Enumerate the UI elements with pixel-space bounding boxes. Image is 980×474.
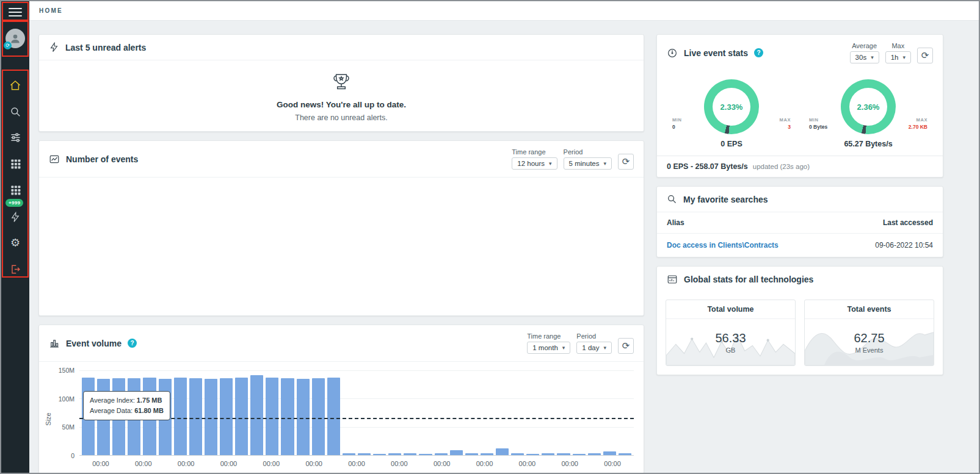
user-avatar[interactable]: ⟳	[1, 28, 29, 49]
alerts-card-title: Last 5 unread alerts	[65, 43, 146, 52]
bar	[358, 453, 371, 455]
refresh-button[interactable]: ⟳	[618, 338, 634, 354]
lightning-icon	[10, 212, 21, 223]
total-events-tile: Total events 62.75 M Events	[804, 300, 934, 366]
sidebar-item-filters[interactable]	[1, 129, 29, 146]
bar	[174, 378, 187, 455]
chevron-down-icon: ▾	[603, 160, 606, 167]
bar	[465, 453, 478, 455]
favorite-searches-card: My favorite searches Alias Last accessed…	[656, 186, 943, 257]
sidebar-item-home[interactable]	[1, 77, 29, 94]
event-volume-card: Event volume ? Time range 1 month▾	[38, 325, 644, 473]
gauge-min: MIN 0 Bytes	[809, 117, 837, 148]
search-icon	[10, 106, 21, 118]
gauge-max: MAX 3	[763, 117, 791, 148]
favorites-header-row: Alias Last accessed	[657, 212, 943, 234]
total-volume-tile: Total volume 56.33 GB	[666, 300, 796, 366]
table-row[interactable]: Doc access in Clients\Contracts 09-06-20…	[657, 234, 943, 257]
bar	[220, 378, 233, 455]
sidebar: ⟳	[1, 1, 29, 473]
gauge-min: MIN 0	[672, 117, 700, 148]
apps-grid-icon	[10, 184, 21, 196]
sliders-icon	[10, 132, 21, 143]
bar	[511, 453, 524, 455]
gear-icon: ⚙	[10, 236, 20, 250]
bar	[312, 378, 325, 455]
hamburger-menu-icon[interactable]	[1, 5, 29, 20]
avatar: ⟳	[5, 29, 25, 48]
bar	[373, 454, 386, 455]
bar	[619, 453, 631, 455]
bar	[297, 379, 310, 455]
person-icon	[9, 32, 21, 45]
grid-icon	[10, 158, 21, 170]
event-volume-title: Event volume	[66, 339, 122, 348]
bar	[435, 453, 448, 455]
total-events-label: Total events	[805, 300, 934, 319]
number-of-events-body	[39, 178, 644, 315]
chevron-down-icon: ▾	[562, 345, 565, 351]
period-select[interactable]: 5 minutes▾	[564, 157, 612, 170]
total-volume-unit: GB	[726, 347, 736, 354]
chevron-down-icon: ▾	[902, 54, 906, 60]
total-events-value: 62.75	[854, 331, 884, 345]
bar	[404, 453, 416, 455]
stats-window-icon	[667, 274, 678, 285]
trophy-icon	[328, 70, 354, 96]
eps-gauge-label: 0 EPS	[720, 140, 742, 148]
bar	[281, 378, 294, 455]
live-stats-updated: updated (23s ago)	[753, 163, 810, 170]
bar	[573, 454, 586, 455]
app-window: ⟳	[0, 0, 980, 474]
bytes-gauge-label: 65.27 Bytes/s	[844, 140, 892, 148]
notification-count-badge: +999	[5, 199, 23, 207]
help-icon[interactable]: ?	[128, 339, 137, 348]
alerts-subtext: There are no unread alerts.	[295, 113, 387, 122]
max-select[interactable]: 1h▾	[885, 51, 911, 63]
bar-chart-icon	[49, 338, 60, 349]
bar	[557, 453, 570, 455]
live-stats-footer: 0 EPS - 258.07 Bytes/s updated (23s ago)	[657, 156, 943, 177]
live-event-stats-card: Live event stats ? Average 30s▾ M	[656, 34, 943, 178]
live-event-stats-title: Live event stats	[684, 48, 748, 58]
chevron-down-icon: ▾	[603, 345, 606, 351]
number-of-events-title: Number of events	[66, 154, 138, 164]
average-select[interactable]: 30s▾	[850, 51, 879, 63]
logout-icon	[10, 264, 21, 275]
period-select[interactable]: 1 day▾	[576, 342, 612, 354]
sidebar-item-search[interactable]	[1, 103, 29, 120]
max-label: Max	[891, 42, 904, 49]
home-icon	[9, 79, 21, 92]
search-icon	[667, 194, 677, 204]
time-range-select[interactable]: 1 month▾	[527, 342, 570, 354]
sidebar-item-settings[interactable]: ⚙	[1, 234, 29, 251]
lightning-icon	[49, 42, 59, 52]
gauge-icon	[667, 48, 678, 59]
bar	[419, 454, 432, 455]
sidebar-item-apps[interactable]	[1, 181, 29, 198]
time-range-select[interactable]: 12 hours▾	[512, 157, 557, 170]
number-of-events-card: Number of events Time range 12 hours▾ Pe…	[38, 140, 644, 316]
sidebar-item-dashboards[interactable]	[1, 155, 29, 172]
last-accessed-value: 09-06-2022 10:54	[875, 241, 933, 250]
bar	[205, 379, 217, 455]
favorite-search-link[interactable]: Doc access in Clients\Contracts	[667, 241, 779, 250]
time-range-label: Time range	[527, 332, 570, 340]
alerts-card: Last 5 unread alerts Good news! You're a…	[38, 34, 644, 132]
bytes-donut-chart: 2.36%	[841, 79, 896, 134]
bar	[327, 378, 340, 455]
bar	[481, 453, 493, 455]
volume-xlabels: 00:0000:0000:0000:0000:0000:0000:0000:00…	[79, 460, 634, 467]
alerts-headline: Good news! You're all up to date.	[277, 100, 406, 109]
column-last-accessed: Last accessed	[883, 218, 933, 227]
help-icon[interactable]: ?	[754, 48, 763, 57]
bar	[450, 450, 463, 455]
bar	[250, 375, 263, 455]
period-label: Period	[576, 332, 612, 340]
refresh-button[interactable]: ⟳	[618, 154, 634, 170]
live-stats-summary: 0 EPS - 258.07 Bytes/s	[667, 162, 748, 171]
sidebar-item-logout[interactable]	[1, 260, 29, 278]
breadcrumb: HOME	[39, 7, 63, 14]
sidebar-item-alerts[interactable]	[1, 209, 29, 226]
refresh-button[interactable]: ⟳	[917, 48, 933, 63]
